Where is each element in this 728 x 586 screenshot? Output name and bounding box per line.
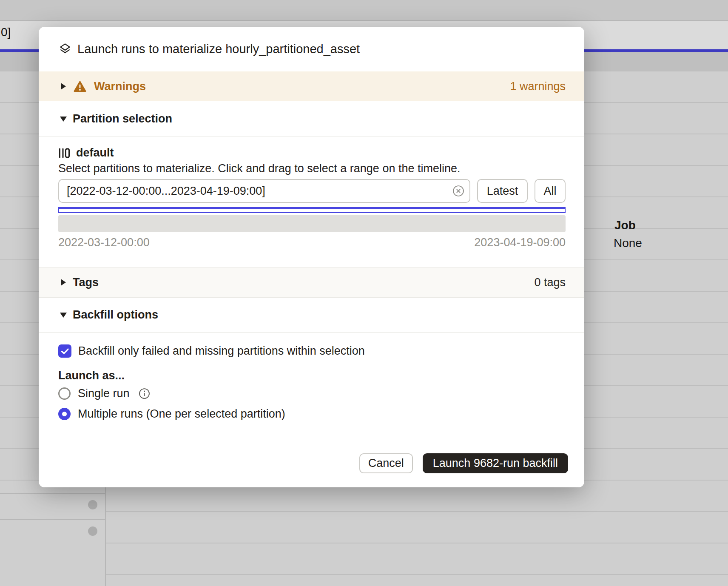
chevron-down-icon — [60, 117, 67, 122]
timeline-date-labels: 2022-03-12-00:00 2023-04-19-09:00 — [58, 236, 566, 249]
launch-backfill-dialog: Launch runs to materialize hourly_partit… — [39, 27, 584, 487]
clear-selection-button[interactable] — [452, 185, 464, 197]
latest-button[interactable]: Latest — [477, 179, 528, 203]
partition-selection-toggle[interactable]: Partition selection — [39, 101, 584, 137]
partition-range-input-wrap — [58, 179, 470, 203]
launch-backfill-button[interactable]: Launch 9682-run backfill — [423, 453, 568, 473]
single-run-radio-row[interactable]: Single run — [58, 387, 150, 400]
dimension-name: default — [76, 146, 114, 159]
checkbox-checked[interactable] — [58, 344, 71, 358]
layers-icon — [58, 43, 72, 56]
partition-range-input[interactable] — [58, 179, 470, 203]
chevron-right-icon — [61, 83, 66, 90]
timeline-partition-bar[interactable] — [58, 215, 566, 232]
dialog-header: Launch runs to materialize hourly_partit… — [39, 27, 584, 71]
failed-missing-checkbox-row[interactable]: Backfill only failed and missing partiti… — [58, 344, 365, 358]
partition-selection-body: default Select partitions to materialize… — [39, 137, 584, 267]
backfill-options-toggle[interactable]: Backfill options — [39, 298, 584, 333]
partition-help-text: Select partitions to materialize. Click … — [58, 162, 461, 175]
cancel-button[interactable]: Cancel — [359, 453, 413, 473]
partition-selection-header: Partition selection — [73, 112, 172, 125]
checkbox-label[interactable]: Backfill only failed and missing partiti… — [78, 344, 365, 358]
warning-triangle-icon — [74, 81, 86, 92]
warnings-section-toggle[interactable]: Warnings 1 warnings — [39, 71, 584, 101]
partition-input-row: Latest All — [58, 179, 566, 203]
check-icon — [61, 348, 69, 355]
warnings-count: 1 warnings — [510, 80, 566, 93]
timeline-start-label: 2022-03-12-00:00 — [58, 236, 150, 249]
radio-unselected[interactable] — [58, 387, 71, 400]
clear-circle-icon — [452, 185, 464, 197]
dimension-row: default — [58, 146, 114, 159]
single-run-label[interactable]: Single run — [78, 387, 130, 400]
dialog-title: Launch runs to materialize hourly_partit… — [77, 42, 360, 56]
screen: 0] Job None Launch runs to materialize h… — [0, 0, 728, 586]
chevron-down-icon — [60, 313, 67, 318]
timeline-end-label: 2023-04-19-09:00 — [474, 236, 566, 249]
info-icon[interactable] — [139, 388, 150, 399]
timeline-selection-range[interactable] — [58, 207, 566, 213]
all-button[interactable]: All — [535, 179, 566, 203]
tags-section-toggle[interactable]: Tags 0 tags — [39, 267, 584, 298]
tags-count: 0 tags — [534, 276, 566, 289]
chevron-right-icon — [61, 279, 66, 286]
tags-header: Tags — [73, 276, 99, 289]
partition-set-icon — [58, 148, 70, 159]
backfill-options-body: Backfill only failed and missing partiti… — [39, 333, 584, 439]
multiple-runs-radio-row[interactable]: Multiple runs (One per selected partitio… — [58, 407, 285, 421]
dialog-footer: Cancel Launch 9682-run backfill — [39, 439, 584, 487]
backfill-options-header: Backfill options — [73, 308, 158, 321]
launch-as-label: Launch as... — [58, 369, 125, 382]
warnings-label: Warnings — [94, 80, 146, 93]
radio-selected[interactable] — [58, 408, 71, 420]
multiple-runs-label[interactable]: Multiple runs (One per selected partitio… — [78, 407, 285, 421]
